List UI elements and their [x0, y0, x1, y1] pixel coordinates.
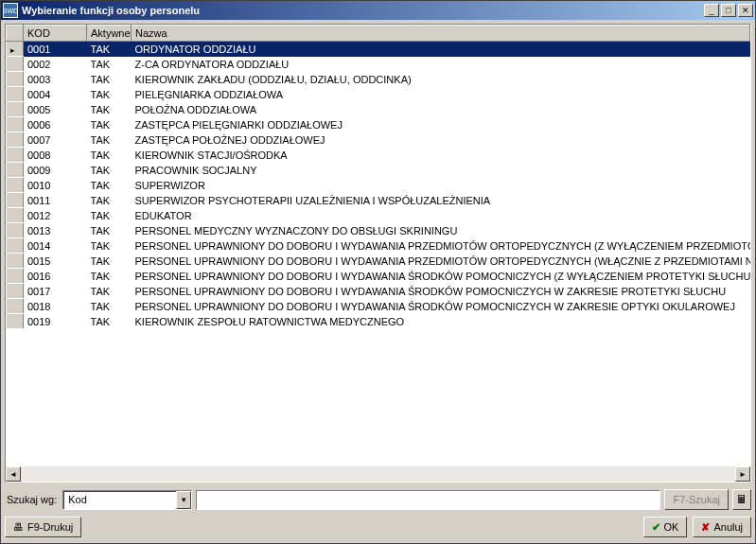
cell-kod: 0002 — [24, 57, 87, 72]
table-row[interactable]: 0014TAKPERSONEL UPRAWNIONY DO DOBORU I W… — [7, 238, 750, 254]
header-nazwa[interactable]: Nazwa — [132, 26, 750, 42]
cross-icon: ✘ — [701, 521, 710, 534]
cell-kod: 0006 — [24, 117, 87, 132]
cell-kod: 0001 — [24, 42, 87, 57]
horizontal-scrollbar[interactable]: ◄ ► — [6, 466, 750, 482]
cell-akt: TAK — [87, 102, 132, 117]
row-indicator — [7, 132, 24, 148]
cell-nazwa: ZASTĘPCA POŁOŻNEJ ODDZIAŁOWEJ — [132, 132, 750, 148]
cell-kod: 0018 — [24, 299, 87, 314]
row-indicator — [7, 299, 24, 314]
cell-kod: 0005 — [24, 102, 87, 117]
cell-akt: TAK — [87, 117, 132, 132]
search-by-combo[interactable]: Kod ▼ — [62, 490, 192, 510]
table-row[interactable]: 0012TAKEDUKATOR — [7, 208, 750, 223]
ok-button[interactable]: ✔ OK — [643, 517, 688, 537]
table-row[interactable]: 0001TAKORDYNATOR ODDZIAŁU — [7, 42, 750, 57]
row-indicator — [7, 193, 24, 208]
cell-nazwa: SUPERWIZOR PSYCHOTERAPII UZALEŻNIENIA I … — [132, 193, 750, 208]
table-row[interactable]: 0011TAKSUPERWIZOR PSYCHOTERAPII UZALEŻNI… — [7, 193, 750, 208]
row-indicator — [7, 284, 24, 299]
cell-nazwa: ZASTĘPCA PIELĘGNIARKI ODDZIAŁOWEJ — [132, 117, 750, 132]
cancel-label: Anuluj — [713, 521, 743, 533]
table-row[interactable]: 0019TAKKIEROWNIK ZESPOŁU RATOWNICTWA MED… — [7, 314, 750, 329]
cell-nazwa: POŁOŻNA ODDZIAŁOWA — [132, 102, 750, 117]
maximize-button[interactable]: □ — [721, 4, 736, 17]
scroll-left-button[interactable]: ◄ — [6, 466, 21, 482]
cell-akt: TAK — [87, 132, 132, 148]
cell-kod: 0011 — [24, 193, 87, 208]
cell-nazwa: PERSONEL UPRAWNIONY DO DOBORU I WYDAWANI… — [132, 269, 750, 284]
cell-nazwa: SUPERWIZOR — [132, 178, 750, 193]
calculator-button[interactable]: 🖩 — [732, 489, 751, 510]
cell-nazwa: KIEROWNIK ZAKŁADU (ODDZIAŁU, DZIAŁU, ODD… — [132, 72, 750, 87]
cell-nazwa: PRACOWNIK SOCJALNY — [132, 163, 750, 178]
row-indicator — [7, 57, 24, 72]
table-row[interactable]: 0002TAKZ-CA ORDYNATORA ODDZIAŁU — [7, 57, 750, 72]
cell-akt: TAK — [87, 42, 132, 57]
scroll-right-button[interactable]: ► — [735, 466, 750, 482]
row-indicator — [7, 238, 24, 254]
search-input[interactable] — [196, 490, 660, 510]
print-button[interactable]: 🖶 F9-Drukuj — [5, 517, 81, 537]
row-indicator — [7, 208, 24, 223]
calculator-icon: 🖩 — [736, 493, 747, 506]
printer-icon: 🖶 — [13, 521, 24, 533]
table-row[interactable]: 0013TAKPERSONEL MEDYCZNY WYZNACZONY DO O… — [7, 223, 750, 238]
cell-kod: 0003 — [24, 72, 87, 87]
cell-akt: TAK — [87, 193, 132, 208]
close-button[interactable]: ✕ — [738, 4, 753, 17]
cell-kod: 0012 — [24, 208, 87, 223]
cancel-button[interactable]: ✘ Anuluj — [693, 517, 751, 537]
row-indicator — [7, 117, 24, 132]
table-row[interactable]: 0003TAKKIEROWNIK ZAKŁADU (ODDZIAŁU, DZIA… — [7, 72, 750, 87]
cell-nazwa: PERSONEL UPRAWNIONY DO DOBORU I WYDAWANI… — [132, 254, 750, 269]
cell-kod: 0017 — [24, 284, 87, 299]
table-row[interactable]: 0006TAKZASTĘPCA PIELĘGNIARKI ODDZIAŁOWEJ — [7, 117, 750, 132]
cell-kod: 0013 — [24, 223, 87, 238]
cell-akt: TAK — [87, 163, 132, 178]
data-grid[interactable]: KOD Aktywne Nazwa 0001TAKORDYNATOR ODDZI… — [5, 24, 751, 483]
table-row[interactable]: 0007TAKZASTĘPCA POŁOŻNEJ ODDZIAŁOWEJ — [7, 132, 750, 148]
cell-kod: 0015 — [24, 254, 87, 269]
window-title: Wybieranie funkcji osoby personelu — [22, 5, 704, 16]
table-row[interactable]: 0004TAKPIELĘGNIARKA ODDZIAŁOWA — [7, 87, 750, 102]
table-row[interactable]: 0005TAKPOŁOŻNA ODDZIAŁOWA — [7, 102, 750, 117]
row-indicator — [7, 223, 24, 238]
header-aktywne[interactable]: Aktywne — [87, 26, 132, 42]
cell-nazwa: Z-CA ORDYNATORA ODDZIAŁU — [132, 57, 750, 72]
row-indicator — [7, 178, 24, 193]
table-row[interactable]: 0010TAKSUPERWIZOR — [7, 178, 750, 193]
cell-akt: TAK — [87, 299, 132, 314]
table-row[interactable]: 0008TAKKIEROWNIK STACJI/OŚRODKA — [7, 148, 750, 163]
cell-nazwa: ORDYNATOR ODDZIAŁU — [132, 42, 750, 57]
header-indicator — [7, 26, 24, 42]
cell-akt: TAK — [87, 178, 132, 193]
search-label: Szukaj wg: — [5, 494, 59, 505]
table-row[interactable]: 0017TAKPERSONEL UPRAWNIONY DO DOBORU I W… — [7, 284, 750, 299]
chevron-down-icon[interactable]: ▼ — [176, 491, 191, 509]
app-icon: SWD — [3, 3, 18, 18]
cell-akt: TAK — [87, 314, 132, 329]
cell-akt: TAK — [87, 238, 132, 254]
table-row[interactable]: 0009TAKPRACOWNIK SOCJALNY — [7, 163, 750, 178]
cell-kod: 0008 — [24, 148, 87, 163]
table-row[interactable]: 0016TAKPERSONEL UPRAWNIONY DO DOBORU I W… — [7, 269, 750, 284]
table-row[interactable]: 0015TAKPERSONEL UPRAWNIONY DO DOBORU I W… — [7, 254, 750, 269]
search-by-value: Kod — [63, 491, 176, 509]
cell-akt: TAK — [87, 87, 132, 102]
minimize-button[interactable]: _ — [704, 4, 719, 17]
ok-label: OK — [664, 521, 679, 533]
check-icon: ✔ — [652, 521, 660, 534]
scroll-track[interactable] — [21, 466, 735, 482]
cell-kod: 0014 — [24, 238, 87, 254]
row-indicator — [7, 148, 24, 163]
search-button[interactable]: F7-Szukaj — [664, 489, 729, 510]
row-indicator — [7, 72, 24, 87]
cell-akt: TAK — [87, 269, 132, 284]
table-row[interactable]: 0018TAKPERSONEL UPRAWNIONY DO DOBORU I W… — [7, 299, 750, 314]
cell-kod: 0019 — [24, 314, 87, 329]
row-indicator — [7, 102, 24, 117]
header-kod[interactable]: KOD — [24, 26, 87, 42]
cell-akt: TAK — [87, 208, 132, 223]
